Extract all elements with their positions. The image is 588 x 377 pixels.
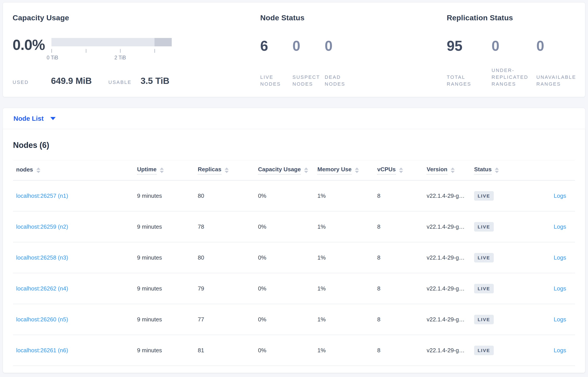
node-cell: localhost:26259 (n2) bbox=[13, 223, 137, 230]
nodes-table-body: localhost:26257 (n1) 9 minutes 80 0% 1% … bbox=[13, 181, 575, 366]
capacity-usage-cell: 0% bbox=[258, 192, 318, 199]
logs-link[interactable]: Logs bbox=[554, 254, 566, 261]
logs-link[interactable]: Logs bbox=[554, 285, 566, 292]
node-list-dropdown-label: Node List bbox=[13, 115, 44, 122]
vcpus-cell: 8 bbox=[377, 316, 427, 323]
node-link[interactable]: localhost:26261 (n6) bbox=[16, 347, 68, 353]
capacity-usage-cell: 0% bbox=[258, 285, 318, 292]
dead-nodes-label: DEAD NODES bbox=[325, 74, 357, 87]
uptime-cell: 9 minutes bbox=[137, 192, 198, 199]
logs-link[interactable]: Logs bbox=[554, 223, 566, 230]
node-link[interactable]: localhost:26260 (n5) bbox=[16, 316, 68, 323]
replicas-cell: 77 bbox=[198, 316, 258, 323]
capacity-usage-section: Capacity Usage 0.0% 0 TiB 2 TiB USED 6 bbox=[12, 13, 260, 97]
nodes-table-card: Nodes (6) nodes Uptime Replicas Capacity… bbox=[3, 129, 585, 373]
status-badge: LIVE bbox=[474, 346, 494, 355]
logs-cell: Logs bbox=[516, 254, 575, 261]
uptime-cell: 9 minutes bbox=[137, 223, 198, 230]
node-list-dropdown[interactable]: Node List bbox=[13, 115, 56, 122]
table-row: localhost:26260 (n5) 9 minutes 77 0% 1% … bbox=[13, 304, 575, 335]
node-status-stats: 6 LIVE NODES 0 SUSPECT NODES 0 DEAD NODE… bbox=[260, 37, 447, 87]
logs-cell: Logs bbox=[516, 223, 575, 230]
table-row: localhost:26261 (n6) 9 minutes 81 0% 1% … bbox=[13, 335, 575, 366]
column-header-uptime[interactable]: Uptime bbox=[137, 166, 198, 175]
logs-cell: Logs bbox=[516, 285, 575, 292]
sort-icon bbox=[304, 167, 308, 173]
total-ranges-count: 95 bbox=[447, 37, 492, 55]
axis-tick bbox=[154, 49, 155, 53]
status-cell: LIVE bbox=[474, 222, 516, 232]
capacity-usage-gauge: 0.0% 0 TiB 2 TiB bbox=[12, 37, 260, 53]
memory-use-cell: 1% bbox=[318, 254, 377, 261]
live-nodes-label: LIVE NODES bbox=[260, 74, 293, 87]
status-badge: LIVE bbox=[474, 222, 494, 232]
replicas-cell: 78 bbox=[198, 223, 258, 230]
replicas-cell: 79 bbox=[198, 285, 258, 292]
nodes-table-title: Nodes (6) bbox=[13, 141, 575, 150]
unavailable-ranges-stat: 0 UNAVAILABLE RANGES bbox=[536, 37, 581, 87]
cluster-overview-page: Capacity Usage 0.0% 0 TiB 2 TiB USED 6 bbox=[0, 0, 588, 373]
memory-use-cell: 1% bbox=[318, 192, 377, 199]
column-header-version[interactable]: Version bbox=[427, 166, 474, 175]
column-header-status[interactable]: Status bbox=[474, 166, 516, 175]
column-header-memory-use[interactable]: Memory Use bbox=[318, 166, 377, 175]
logs-cell: Logs bbox=[516, 347, 575, 354]
logs-link[interactable]: Logs bbox=[554, 316, 566, 323]
node-cell: localhost:26257 (n1) bbox=[13, 192, 137, 199]
capacity-usage-cell: 0% bbox=[258, 316, 318, 323]
axis-tick-label: 2 TiB bbox=[114, 55, 126, 61]
suspect-nodes-count: 0 bbox=[293, 37, 325, 55]
logs-link[interactable]: Logs bbox=[554, 347, 566, 353]
replicas-cell: 80 bbox=[198, 254, 258, 261]
status-cell: LIVE bbox=[474, 284, 516, 293]
usable-label: USABLE bbox=[108, 79, 141, 86]
logs-cell: Logs bbox=[516, 192, 575, 199]
status-badge: LIVE bbox=[474, 315, 494, 324]
version-cell: v22.1.4-29-g… bbox=[427, 347, 474, 354]
node-cell: localhost:26262 (n4) bbox=[13, 285, 137, 292]
replicas-cell: 81 bbox=[198, 347, 258, 354]
node-status-title: Node Status bbox=[260, 13, 447, 22]
node-link[interactable]: localhost:26258 (n3) bbox=[16, 254, 68, 261]
uptime-cell: 9 minutes bbox=[137, 316, 198, 323]
status-cell: LIVE bbox=[474, 253, 516, 262]
table-row: localhost:26258 (n3) 9 minutes 80 0% 1% … bbox=[13, 242, 575, 273]
status-badge: LIVE bbox=[474, 191, 494, 201]
node-cell: localhost:26258 (n3) bbox=[13, 254, 137, 261]
vcpus-cell: 8 bbox=[377, 254, 427, 261]
memory-use-cell: 1% bbox=[318, 347, 377, 354]
status-cell: LIVE bbox=[474, 191, 516, 201]
node-link[interactable]: localhost:26259 (n2) bbox=[16, 223, 68, 230]
dead-nodes-count: 0 bbox=[325, 37, 357, 55]
sort-icon bbox=[495, 167, 499, 173]
suspect-nodes-label: SUSPECT NODES bbox=[293, 74, 325, 87]
total-ranges-label: TOTAL RANGES bbox=[447, 74, 491, 87]
sort-icon bbox=[160, 167, 164, 173]
unavailable-ranges-label: UNAVAILABLE RANGES bbox=[536, 74, 580, 87]
sort-icon bbox=[36, 167, 40, 173]
node-link[interactable]: localhost:26257 (n1) bbox=[16, 192, 68, 199]
status-badge: LIVE bbox=[474, 253, 494, 262]
status-cell: LIVE bbox=[474, 315, 516, 324]
replication-status-section: Replication Status 95 TOTAL RANGES 0 UND… bbox=[447, 13, 585, 97]
logs-link[interactable]: Logs bbox=[554, 192, 566, 199]
status-badge: LIVE bbox=[474, 284, 494, 293]
capacity-usage-title: Capacity Usage bbox=[12, 13, 260, 22]
capacity-usage-cell: 0% bbox=[258, 347, 318, 354]
axis-tick bbox=[51, 49, 52, 53]
used-label: USED bbox=[12, 79, 51, 86]
column-header-vcpus[interactable]: vCPUs bbox=[377, 166, 427, 175]
sort-icon bbox=[451, 167, 455, 173]
sort-icon bbox=[399, 167, 403, 173]
uptime-cell: 9 minutes bbox=[137, 254, 198, 261]
replication-status-stats: 95 TOTAL RANGES 0 UNDER-REPLICATED RANGE… bbox=[447, 37, 585, 87]
capacity-bar-track bbox=[51, 38, 172, 46]
column-header-replicas[interactable]: Replicas bbox=[198, 166, 258, 175]
node-link[interactable]: localhost:26262 (n4) bbox=[16, 285, 68, 292]
capacity-bar-unusable-segment bbox=[154, 38, 172, 46]
under-replicated-ranges-label: UNDER-REPLICATED RANGES bbox=[492, 67, 536, 87]
caret-down-icon bbox=[50, 117, 56, 120]
column-header-capacity-usage[interactable]: Capacity Usage bbox=[258, 166, 318, 175]
table-row: localhost:26262 (n4) 9 minutes 79 0% 1% … bbox=[13, 273, 575, 304]
column-header-nodes[interactable]: nodes bbox=[13, 166, 137, 174]
